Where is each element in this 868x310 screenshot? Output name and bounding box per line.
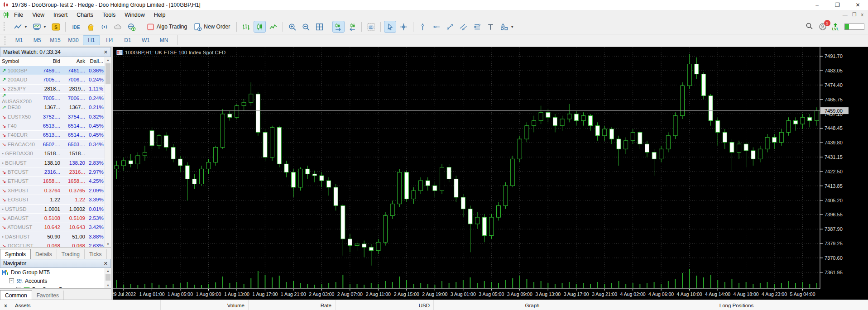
scroll-up-icon[interactable]: ▲: [105, 268, 111, 274]
mdi-close-button[interactable]: x: [861, 12, 864, 18]
toolbox-column-rate[interactable]: Rate: [249, 300, 336, 310]
market-watch-row-dashust[interactable]: • DASHUST50.9051.003.88%: [0, 232, 105, 241]
market-button[interactable]: [85, 21, 97, 33]
collapse-icon[interactable]: −: [9, 278, 14, 283]
timeframe-grip[interactable]: [5, 36, 8, 45]
toolbox-column-long-positions[interactable]: Long Positions: [631, 300, 842, 310]
tile-windows-button[interactable]: [313, 21, 326, 33]
market-watch-row-btcust[interactable]: ↘ BTCUST2316...2316...2.97%: [0, 167, 105, 176]
search-icon[interactable]: [806, 22, 813, 31]
timeframe-button-d1[interactable]: D1: [119, 35, 136, 45]
navigator-item-accounts[interactable]: −Accounts: [0, 277, 105, 285]
candles-mode-button[interactable]: [254, 21, 266, 33]
vline-button[interactable]: [417, 21, 429, 33]
channel-button[interactable]: [457, 21, 470, 33]
menu-item-view[interactable]: View: [28, 11, 49, 19]
market-watch-row-eustx50[interactable]: ↘ EUSTX503752....3754....0.32%: [0, 112, 105, 121]
crosshair-button[interactable]: [398, 21, 410, 33]
ide-button[interactable]: IDE: [69, 21, 83, 33]
market-watch-row-ausasx200[interactable]: ↗ AUSASX2007005....7006....0.24%: [0, 94, 105, 103]
market-watch-row-f40[interactable]: ↘ F406513....6514....0.45%: [0, 121, 105, 130]
menu-item-help[interactable]: Help: [149, 11, 170, 19]
window-close-button[interactable]: ✕: [848, 0, 868, 10]
tab-symbols[interactable]: Symbols: [0, 249, 31, 260]
window-minimize-button[interactable]: –: [807, 0, 827, 10]
market-watch-scrollbar[interactable]: ▲ ▼: [105, 57, 111, 247]
chart-shift-button[interactable]: [346, 21, 358, 33]
toolbox-column-usd[interactable]: USD: [336, 300, 434, 310]
navigator-item-doogroup-demo[interactable]: +DooGroup-Demo: [0, 285, 105, 288]
market-watch-column-headers[interactable]: SymbolBidAskDail...: [0, 57, 105, 67]
shapes-button[interactable]: ▼: [498, 21, 516, 33]
cursor-button[interactable]: [384, 21, 396, 33]
timeframe-button-h4[interactable]: H4: [101, 35, 118, 45]
vps-button[interactable]: [125, 21, 138, 33]
algo-trading-button[interactable]: Algo Trading: [144, 21, 190, 33]
line-mode-button[interactable]: [267, 21, 279, 33]
column-header-symbol[interactable]: Symbol: [0, 57, 37, 66]
tab-ticks[interactable]: Ticks: [85, 249, 107, 259]
timeframe-button-m15[interactable]: M15: [47, 35, 64, 45]
timeframe-button-m30[interactable]: M30: [65, 35, 82, 45]
market-watch-row-ustusd[interactable]: • USTUSD1.00011.00020.01%: [0, 205, 105, 214]
dollar-button[interactable]: $: [50, 21, 62, 33]
toolbar-grip[interactable]: [4, 22, 7, 31]
toolbox-close-icon[interactable]: x: [0, 303, 11, 308]
text-button[interactable]: [484, 21, 497, 33]
menu-item-window[interactable]: Window: [120, 11, 149, 19]
candlestick-chart[interactable]: 7491.707483.057474.407465.757457.107448.…: [113, 47, 868, 300]
menu-item-tools[interactable]: Tools: [98, 11, 120, 19]
market-watch-row-dogeust[interactable]: ↘ DOGEUST0.0680.0682.63%: [0, 241, 105, 247]
market-watch-row-100gbp[interactable]: ↗ 100GBP7459....7461....0.36%: [0, 66, 105, 75]
community-user-icon[interactable]: 1: [819, 23, 827, 31]
market-watch-row-gerdax30[interactable]: • GERDAX301518...1518...: [0, 149, 105, 158]
navigator-scrollbar[interactable]: ▲ ▼: [105, 268, 111, 288]
column-header-bid[interactable]: Bid: [37, 57, 62, 66]
mdi-minimize-button[interactable]: —: [843, 12, 848, 18]
cloud-button[interactable]: [112, 21, 124, 33]
trendline-button[interactable]: [444, 21, 456, 33]
market-watch-row-atomust[interactable]: ↘ ATOMUST10.64210.6433.42%: [0, 223, 105, 232]
market-watch-row-200aud[interactable]: ↗ 200AUD7005....7006....0.24%: [0, 75, 105, 84]
chart-type-button[interactable]: ▼: [12, 21, 29, 33]
toolbox-column-assets[interactable]: Assets: [11, 300, 161, 310]
scroll-down-icon[interactable]: ▼: [105, 241, 111, 247]
market-watch-header[interactable]: Market Watch: 07:33:34 ✕: [0, 47, 111, 57]
toolbox-column-graph[interactable]: Graph: [434, 300, 631, 310]
timeframe-button-m1[interactable]: M1: [10, 35, 28, 45]
lvl-icon[interactable]: LVL: [832, 23, 839, 31]
market-watch-row-f40eur[interactable]: ↘ F40EUR6513....6514....0.45%: [0, 131, 105, 140]
new-order-button[interactable]: New Order: [192, 21, 233, 33]
market-watch-row-adaust[interactable]: ↘ ADAUST0.51080.51092.53%: [0, 214, 105, 223]
market-watch-row-xrpust[interactable]: ↘ XRPUST0.37640.37652.09%: [0, 186, 105, 195]
timeframe-button-m5[interactable]: M5: [29, 35, 46, 45]
market-watch-row-de30[interactable]: ↗ DE301367...1367...0.21%: [0, 103, 105, 112]
market-watch-close-icon[interactable]: ✕: [104, 49, 108, 55]
scroll-thumb[interactable]: [106, 274, 110, 281]
screenshot-button[interactable]: [365, 21, 377, 33]
navigator-close-icon[interactable]: ✕: [104, 261, 108, 267]
tab-trading[interactable]: Trading: [57, 249, 85, 259]
menu-item-file[interactable]: File: [10, 11, 28, 19]
auto-scroll-button[interactable]: [332, 21, 345, 33]
timeframe-button-w1[interactable]: W1: [137, 35, 154, 45]
bars-mode-button[interactable]: [240, 21, 252, 33]
scroll-up-icon[interactable]: ▲: [105, 57, 111, 63]
window-maximize-button[interactable]: ❐: [827, 0, 848, 10]
market-watch-row-ethust[interactable]: ↘ ETHUST1658....1658....4.25%: [0, 177, 105, 186]
navigator-header[interactable]: Navigator ✕: [0, 259, 111, 268]
scroll-down-icon[interactable]: ▼: [105, 282, 111, 288]
timeframe-button-h1[interactable]: H1: [83, 35, 100, 45]
zoom-out-button[interactable]: [300, 21, 312, 33]
signals-button[interactable]: [98, 21, 110, 33]
column-header-daily[interactable]: Dail...: [87, 57, 105, 66]
chart-window[interactable]: 7491.707483.057474.407465.757457.107448.…: [113, 47, 868, 300]
market-watch-row-fracac40[interactable]: ↘ FRACAC406502....6503....0.34%: [0, 140, 105, 149]
navigator-item-doo-group-mt5[interactable]: Doo Group MT5: [0, 268, 105, 277]
toolbox-column-volume[interactable]: Volume: [161, 300, 249, 310]
tab-details[interactable]: Details: [31, 249, 57, 259]
fibo-button[interactable]: [471, 21, 483, 33]
timeframe-button-mn[interactable]: MN: [155, 35, 173, 45]
mdi-restore-button[interactable]: ❐: [852, 12, 857, 18]
tab-favorites[interactable]: Favorites: [32, 291, 64, 300]
